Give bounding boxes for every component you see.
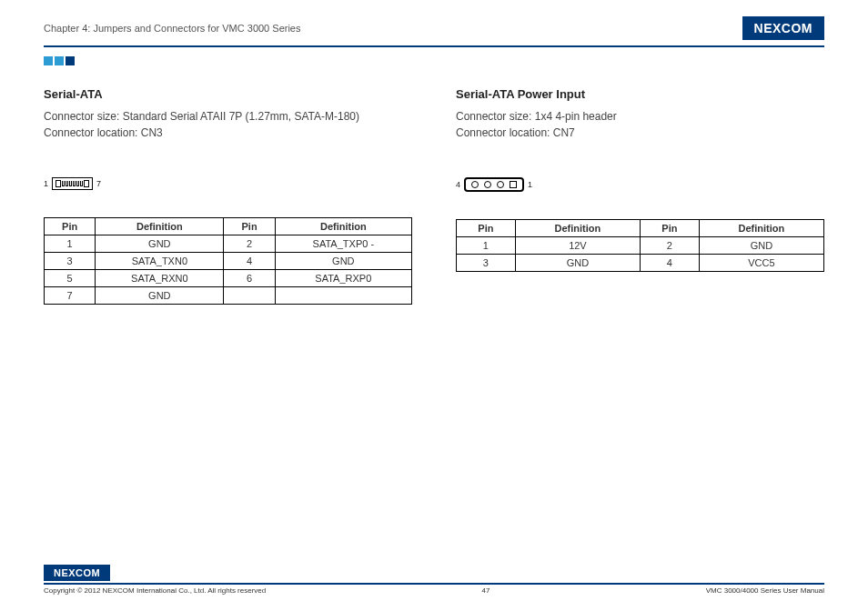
table-row: 1 GND 2 SATA_TXP0 - [45, 235, 412, 253]
diag-label-right: 7 [96, 179, 101, 188]
diag-label-left: 4 [456, 180, 460, 189]
cell-pin: 2 [640, 237, 699, 255]
header-rule [44, 45, 824, 47]
manual-name: VMC 3000/4000 Series User Manual [706, 586, 824, 595]
th-def: Definition [515, 220, 640, 237]
cell-pin: 1 [45, 235, 96, 253]
cell-def: VCC5 [699, 255, 823, 272]
cell-pin: 1 [457, 237, 516, 255]
table-header-row: Pin Definition Pin Definition [45, 218, 412, 235]
cell-def: SATA_RXN0 [96, 270, 224, 287]
cell-pin: 4 [640, 255, 699, 272]
logo-top: NEXCOM [742, 16, 824, 40]
decorative-squares [44, 53, 868, 69]
power-connector-diagram: 4 1 [456, 177, 824, 192]
table-row: 7 GND [45, 287, 412, 305]
cell-pin: 6 [224, 270, 275, 287]
cell-def: SATA_TXP0 - [275, 235, 411, 253]
sata-size: Connector size: Standard Serial ATAII 7P… [44, 108, 412, 125]
content-area: Serial-ATA Connector size: Standard Seri… [0, 69, 868, 305]
footer-rule [44, 583, 824, 585]
th-pin: Pin [45, 218, 96, 235]
th-pin: Pin [640, 220, 699, 237]
cell-pin: 3 [45, 253, 96, 270]
cell-def: GND [96, 235, 224, 253]
diag-label-left: 1 [44, 179, 48, 188]
cell-pin: 5 [45, 270, 96, 287]
table-row: 1 12V 2 GND [457, 237, 824, 255]
th-pin: Pin [457, 220, 516, 237]
cell-def: SATA_RXP0 [275, 270, 411, 287]
cell-pin: 7 [45, 287, 96, 305]
th-def: Definition [96, 218, 224, 235]
cell-def: GND [515, 255, 640, 272]
cell-pin: 4 [224, 253, 275, 270]
sata-power-location: Connector location: CN7 [456, 125, 824, 141]
sata-connector-diagram: 1 7 [44, 177, 412, 190]
cell-def: GND [699, 237, 823, 255]
logo-text: NEXCOM [54, 567, 100, 578]
sata-title: Serial-ATA [44, 87, 412, 101]
power-pin-table: Pin Definition Pin Definition 1 12V 2 GN… [456, 219, 824, 272]
cell-def: SATA_TXN0 [96, 253, 224, 270]
sata-power-title: Serial-ATA Power Input [456, 87, 824, 101]
page-footer: NEXCOM Copyright © 2012 NEXCOM Internati… [0, 564, 868, 595]
cell-pin: 2 [224, 235, 275, 253]
table-row: 5 SATA_RXN0 6 SATA_RXP0 [45, 270, 412, 287]
page-number: 47 [482, 586, 490, 595]
cell-def: GND [96, 287, 224, 305]
sata-power-size: Connector size: 1x4 4-pin header [456, 108, 824, 125]
cell-pin: 3 [457, 255, 516, 272]
logo-bottom: NEXCOM [44, 565, 110, 581]
sata-connector-icon [52, 177, 93, 190]
logo-text: NEXCOM [754, 21, 812, 35]
diag-label-right: 1 [528, 180, 532, 189]
th-def: Definition [699, 220, 823, 237]
cell-def: 12V [515, 237, 640, 255]
table-row: 3 SATA_TXN0 4 GND [45, 253, 412, 270]
copyright-text: Copyright © 2012 NEXCOM International Co… [44, 586, 266, 595]
cell-def [275, 287, 411, 305]
sata-location: Connector location: CN3 [44, 125, 412, 141]
power-connector-icon [464, 177, 524, 192]
footer-logo-row: NEXCOM [44, 564, 824, 581]
table-row: 3 GND 4 VCC5 [457, 255, 824, 272]
cell-def: GND [275, 253, 411, 270]
right-column: Serial-ATA Power Input Connector size: 1… [456, 87, 824, 305]
chapter-title: Chapter 4: Jumpers and Connectors for VM… [44, 23, 300, 34]
left-column: Serial-ATA Connector size: Standard Seri… [44, 87, 412, 305]
cell-pin [224, 287, 275, 305]
page-header: Chapter 4: Jumpers and Connectors for VM… [0, 0, 868, 45]
table-header-row: Pin Definition Pin Definition [457, 220, 824, 237]
footer-line: Copyright © 2012 NEXCOM International Co… [44, 586, 824, 595]
th-pin: Pin [224, 218, 275, 235]
th-def: Definition [275, 218, 411, 235]
sata-pin-table: Pin Definition Pin Definition 1 GND 2 SA… [44, 217, 412, 305]
